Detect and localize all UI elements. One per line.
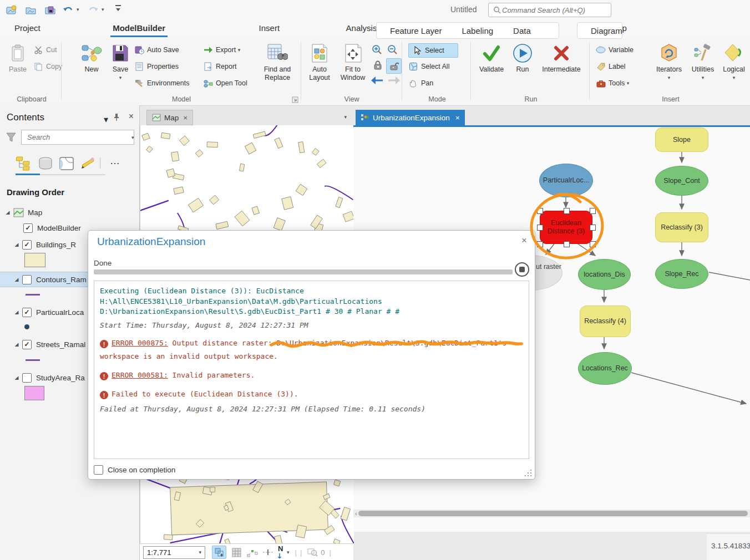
- expander-icon[interactable]: ◢: [13, 342, 20, 347]
- list-by-data-source-icon[interactable]: [38, 156, 53, 171]
- expander-icon[interactable]: ◢: [13, 309, 20, 315]
- report-button[interactable]: Report: [203, 60, 237, 73]
- iterators-button[interactable]: Iterators ▾: [652, 42, 686, 82]
- utilities-button[interactable]: Utilities ▾: [688, 42, 718, 82]
- model-node-slope-cont[interactable]: Slope_Cont: [655, 166, 708, 196]
- message-log[interactable]: Executing (Euclidean Distance (3)): EucD…: [94, 281, 529, 459]
- checkbox[interactable]: ✓: [23, 223, 33, 233]
- zoom-selection-icon[interactable]: [307, 548, 318, 557]
- forward-arrow-icon[interactable]: [387, 75, 401, 85]
- zoom-in-icon[interactable]: [372, 44, 383, 55]
- tabbar-dropdown-icon[interactable]: ▾: [344, 114, 347, 120]
- checkbox[interactable]: [94, 465, 103, 475]
- scrollbar-thumb[interactable]: [358, 511, 748, 516]
- save-dropdown-icon[interactable]: ▾: [109, 74, 132, 82]
- close-pane-icon[interactable]: ×: [129, 111, 134, 121]
- redo-icon[interactable]: [86, 3, 100, 17]
- model-node-slope[interactable]: Slope: [655, 128, 708, 152]
- tab-insert[interactable]: Insert: [251, 20, 288, 37]
- model-node-locations-dis[interactable]: locations_Dis: [578, 259, 631, 290]
- validate-button[interactable]: Validate: [475, 42, 508, 74]
- contents-search[interactable]: ▾: [21, 130, 134, 145]
- close-tab-icon[interactable]: ×: [455, 114, 460, 122]
- tab-feature-layer[interactable]: Feature Layer: [380, 26, 452, 35]
- undo-icon[interactable]: [61, 3, 75, 17]
- search-dropdown-icon[interactable]: ▾: [131, 135, 134, 140]
- model-node-locations-rec[interactable]: Locations_Rec: [578, 352, 632, 385]
- tools-dropdown-icon[interactable]: ▾: [627, 80, 630, 86]
- selection-handle[interactable]: [564, 208, 570, 214]
- unlock-icon[interactable]: [386, 58, 402, 74]
- fit-to-window-button[interactable]: Fit to Window: [337, 42, 368, 82]
- paste-button[interactable]: Paste: [6, 42, 30, 74]
- measure-icon[interactable]: [262, 548, 273, 556]
- selection-handle[interactable]: [564, 241, 570, 247]
- checkbox[interactable]: ✓: [22, 340, 32, 349]
- open-tool-button[interactable]: Open Tool: [203, 77, 247, 90]
- auto-layout-button[interactable]: Auto Layout: [305, 42, 334, 82]
- expander-icon[interactable]: ◢: [13, 375, 20, 380]
- selection-handle[interactable]: [590, 241, 596, 247]
- tab-diagram[interactable]: Diagram: [581, 26, 632, 35]
- selection-handle[interactable]: [590, 225, 596, 231]
- filter-icon[interactable]: [6, 132, 17, 143]
- edit-pencil-icon[interactable]: [80, 156, 95, 171]
- model-node-euclidean-distance[interactable]: Euclidean Distance (3): [540, 211, 592, 244]
- new-model-button[interactable]: New: [77, 42, 107, 74]
- save-model-button[interactable]: Save ▾: [109, 42, 132, 82]
- zoom-out-icon[interactable]: [387, 44, 398, 55]
- command-search[interactable]: [488, 3, 611, 17]
- close-tab-icon[interactable]: ×: [183, 114, 188, 122]
- contours-symbol-swatch[interactable]: [26, 294, 40, 296]
- new-project-icon[interactable]: [4, 3, 19, 17]
- scroll-left-icon[interactable]: ‹: [355, 510, 357, 517]
- redo-dropdown-icon[interactable]: ▾: [102, 7, 104, 12]
- model-node-reclassify3[interactable]: Reclassify (3): [655, 212, 708, 242]
- particualrlocations-symbol-swatch[interactable]: [24, 324, 29, 329]
- tab-modelbuilder[interactable]: ModelBuilder: [105, 20, 173, 37]
- contents-search-input[interactable]: [26, 133, 127, 142]
- tab-labeling[interactable]: Labeling: [452, 26, 503, 35]
- expander-icon[interactable]: ◢: [13, 277, 20, 282]
- expander-icon[interactable]: ◢: [4, 210, 11, 215]
- horizontal-scrollbar[interactable]: ‹: [353, 510, 750, 517]
- selection-handle[interactable]: [537, 241, 543, 247]
- command-search-input[interactable]: [501, 6, 606, 15]
- streets-symbol-swatch[interactable]: [26, 359, 40, 361]
- customize-toolbar-icon[interactable]: [114, 3, 123, 13]
- iterators-dropdown-icon[interactable]: ▾: [652, 74, 686, 82]
- copy-button[interactable]: Copy: [33, 60, 62, 73]
- error-code-link[interactable]: ERROR 000875:: [112, 339, 168, 347]
- open-project-icon[interactable]: [24, 3, 38, 17]
- grid-icon[interactable]: [232, 548, 241, 557]
- checkbox[interactable]: [22, 275, 32, 284]
- list-by-drawing-order-icon[interactable]: [16, 156, 32, 171]
- selection-handle[interactable]: [537, 208, 543, 214]
- export-dropdown-icon[interactable]: ▾: [238, 47, 241, 53]
- logical-dropdown-icon[interactable]: ▾: [720, 74, 748, 82]
- undo-dropdown-icon[interactable]: ▾: [77, 7, 79, 12]
- list-by-selection-icon[interactable]: [59, 156, 74, 171]
- cut-button[interactable]: Cut: [33, 43, 57, 57]
- utilities-dropdown-icon[interactable]: ▾: [688, 74, 718, 82]
- selection-handle[interactable]: [537, 225, 543, 231]
- pin-icon[interactable]: [113, 113, 120, 121]
- select-all-button[interactable]: Select All: [408, 60, 449, 73]
- close-on-completion-row[interactable]: Close on completion: [94, 465, 175, 475]
- select-mode-button[interactable]: Select: [408, 43, 458, 58]
- intermediate-button[interactable]: Intermediate: [537, 42, 586, 74]
- checkbox[interactable]: [22, 373, 32, 383]
- back-arrow-icon[interactable]: [371, 75, 384, 85]
- run-button[interactable]: Run: [510, 42, 535, 74]
- snapping-icon[interactable]: [247, 548, 258, 557]
- pan-button[interactable]: Pan: [408, 77, 433, 90]
- resize-grip[interactable]: [525, 470, 531, 476]
- tab-data[interactable]: Data: [503, 26, 541, 35]
- save-project-icon[interactable]: [43, 3, 58, 17]
- auto-save-button[interactable]: Auto Save: [134, 43, 179, 57]
- model-view-tab[interactable]: UrbanizationExpansion ×: [356, 110, 465, 125]
- checkbox[interactable]: ✓: [22, 240, 32, 250]
- environments-button[interactable]: Environments: [134, 77, 189, 90]
- model-dialog-launcher-icon[interactable]: [292, 96, 298, 103]
- footer-dropdown-icon[interactable]: ▾: [287, 549, 290, 555]
